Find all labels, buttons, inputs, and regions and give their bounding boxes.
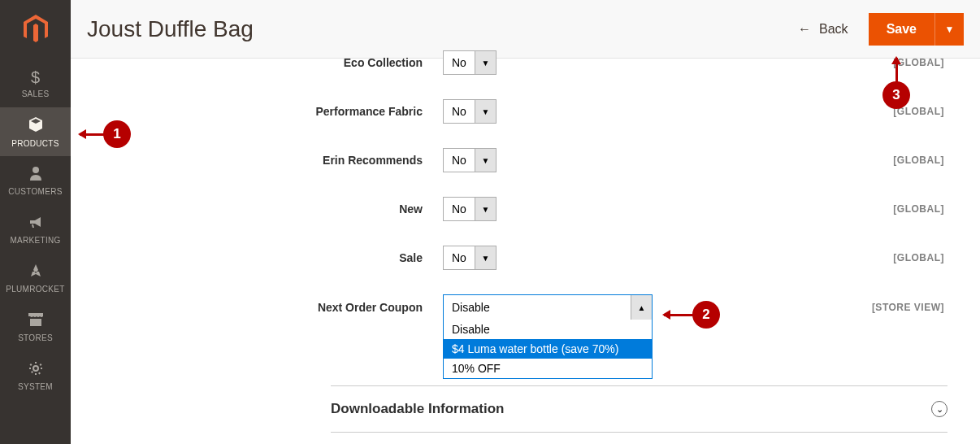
annotation-3: 3: [882, 81, 910, 109]
nav-customers[interactable]: CUSTOMERS: [0, 156, 71, 205]
rocket-icon: [28, 263, 43, 282]
chevron-down-icon: ▼: [475, 246, 496, 269]
page-title: Joust Duffle Bag: [87, 16, 798, 42]
person-icon: [28, 166, 43, 185]
annotation-arrow-3: [895, 58, 898, 84]
megaphone-icon: [28, 215, 43, 233]
select-value: No: [444, 198, 475, 220]
eco-collection-select[interactable]: No ▼: [443, 50, 497, 75]
nav-marketing[interactable]: MARKETING: [0, 205, 71, 254]
triangle-down-icon: ▼: [945, 24, 955, 35]
erin-recommends-select[interactable]: No ▼: [443, 148, 497, 172]
scope-label: [GLOBAL]: [893, 203, 944, 215]
chevron-down-icon: ▼: [475, 100, 496, 123]
field-next-order-coupon: Next Order Coupon Disable ▲ Disable $4 L…: [87, 294, 964, 320]
select-value: No: [444, 149, 475, 172]
field-sale: Sale No ▼ [GLOBAL]: [87, 246, 964, 270]
dropdown-option-luma[interactable]: $4 Luma water bottle (save 70%): [444, 339, 652, 359]
select-value: Disable: [444, 295, 631, 320]
field-new: New No ▼ [GLOBAL]: [87, 197, 964, 221]
field-eco-collection: Eco Collection No ▼ [GLOBAL]: [87, 50, 964, 75]
svg-point-0: [33, 167, 39, 173]
save-button-group: Save ▼: [869, 13, 964, 46]
section-title: Downloadable Information: [331, 401, 504, 417]
field-erin-recommends: Erin Recommends No ▼ [GLOBAL]: [87, 148, 964, 172]
dropdown-option-10off[interactable]: 10% OFF: [444, 359, 652, 378]
nav-label: SYSTEM: [18, 382, 53, 391]
annotation-1: 1: [103, 120, 131, 148]
back-button[interactable]: ← Back: [798, 22, 848, 37]
store-icon: [28, 312, 44, 331]
nav-label: MARKETING: [10, 236, 60, 245]
chevron-down-icon: ▼: [475, 51, 496, 74]
section-configurations[interactable]: Configurations ⌄: [331, 432, 947, 444]
scope-label: [GLOBAL]: [893, 252, 944, 263]
nav-stores[interactable]: STORES: [0, 303, 71, 351]
save-button[interactable]: Save: [869, 13, 934, 46]
magento-logo[interactable]: [0, 0, 71, 59]
scope-label: [GLOBAL]: [893, 155, 944, 166]
nav-label: PRODUCTS: [11, 139, 59, 148]
nav-label: CUSTOMERS: [8, 187, 62, 196]
field-label: Eco Collection: [87, 55, 443, 70]
field-label: Sale: [87, 250, 443, 265]
nav-label: PLUMROCKET: [6, 285, 64, 294]
sidebar: $ SALES PRODUCTS CUSTOMERS MARKETING PLU…: [0, 0, 71, 444]
section-downloadable[interactable]: Downloadable Information ⌄: [331, 385, 947, 432]
select-value: No: [444, 100, 475, 123]
field-performance-fabric: Performance Fabric No ▼ [GLOBAL]: [87, 99, 964, 124]
chevron-up-icon: ▲: [631, 295, 652, 320]
chevron-down-icon: ▼: [475, 149, 496, 172]
annotation-arrow-2: [664, 314, 695, 316]
nav-sales[interactable]: $ SALES: [0, 59, 71, 107]
cube-icon: [28, 116, 44, 137]
performance-fabric-select[interactable]: No ▼: [443, 99, 497, 124]
select-value: No: [444, 246, 475, 269]
arrow-left-icon: ←: [798, 22, 811, 37]
dropdown-option-disable[interactable]: Disable: [444, 320, 652, 339]
annotation-arrow-1: [80, 133, 106, 136]
field-label: Erin Recommends: [87, 153, 443, 168]
dollar-icon: $: [31, 68, 40, 87]
nav-label: STORES: [18, 333, 53, 342]
field-label: New: [87, 202, 443, 216]
gear-icon: [28, 361, 43, 380]
new-select[interactable]: No ▼: [443, 197, 497, 221]
nav-label: SALES: [22, 89, 50, 98]
content: Eco Collection No ▼ [GLOBAL] Performance…: [71, 59, 980, 444]
field-label: Performance Fabric: [87, 104, 443, 119]
expand-icon[interactable]: ⌄: [931, 401, 947, 417]
nav-plumrocket[interactable]: PLUMROCKET: [0, 254, 71, 303]
field-label: Next Order Coupon: [87, 300, 443, 315]
save-dropdown-button[interactable]: ▼: [934, 13, 964, 46]
scope-label: [STORE VIEW]: [872, 302, 944, 313]
next-order-coupon-select[interactable]: Disable ▲ Disable $4 Luma water bottle (…: [443, 294, 653, 320]
sale-select[interactable]: No ▼: [443, 246, 497, 270]
dropdown-menu: Disable $4 Luma water bottle (save 70%) …: [443, 320, 653, 379]
nav-system[interactable]: SYSTEM: [0, 351, 71, 400]
select-value: No: [444, 51, 475, 74]
chevron-down-icon: ▼: [475, 198, 496, 220]
annotation-2: 2: [692, 301, 720, 329]
back-label: Back: [819, 22, 848, 37]
nav-products[interactable]: PRODUCTS: [0, 107, 71, 156]
